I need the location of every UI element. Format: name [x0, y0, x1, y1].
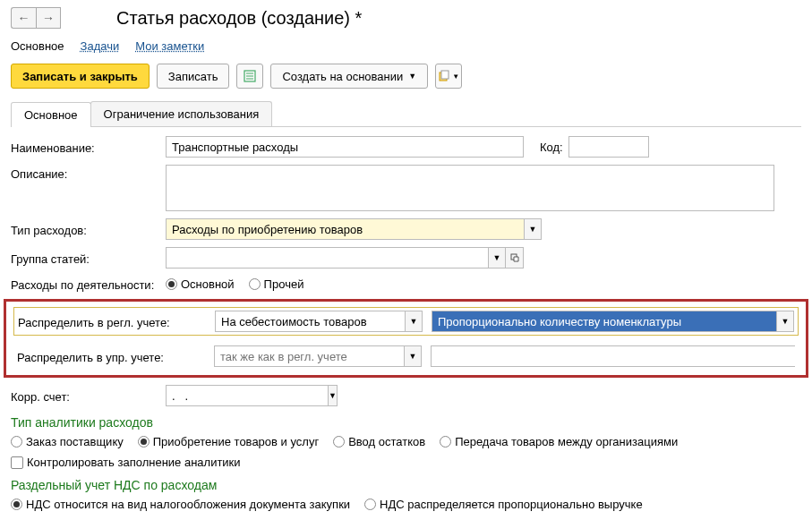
type-dropdown-button[interactable]: ▼ [524, 218, 542, 240]
radio-icon [364, 499, 376, 510]
linktab-notes[interactable]: Мои заметки [135, 39, 204, 53]
attach-icon-button[interactable]: ▼ [435, 64, 462, 89]
activity-other-radio[interactable]: Прочей [249, 277, 304, 291]
an-input-radio[interactable]: Ввод остатков [333, 435, 425, 448]
radio-icon [11, 436, 22, 448]
radio-icon [249, 278, 261, 290]
an-purchase-label: Приобретение товаров и услуг [153, 435, 319, 448]
dist-regl-dropdown-button[interactable]: ▼ [405, 311, 423, 332]
vat-prop-radio[interactable]: НДС распределяется пропорционально выруч… [364, 498, 643, 511]
radio-checked-icon [138, 436, 150, 448]
radio-checked-icon [11, 499, 22, 510]
type-label: Тип расходов: [11, 221, 166, 237]
desc-textarea[interactable] [166, 165, 774, 211]
nav-back-button[interactable]: ← [11, 7, 36, 29]
dist-regl-label: Распределить в регл. учете: [18, 313, 206, 329]
dist-rule-input[interactable] [432, 311, 776, 332]
write-and-close-button[interactable]: Записать и закрыть [11, 64, 150, 89]
linktab-tasks[interactable]: Задачи [81, 39, 120, 53]
an-order-label: Заказ поставщику [26, 435, 124, 448]
radio-icon [440, 436, 451, 448]
dist-mgmt-rule-input[interactable] [431, 345, 795, 367]
an-order-radio[interactable]: Заказ поставщику [11, 435, 124, 448]
desc-label: Описание: [11, 165, 166, 181]
analytics-section-title: Тип аналитики расходов [11, 415, 801, 430]
vat-doc-label: НДС относится на вид налогообложения док… [26, 498, 350, 511]
tab-main[interactable]: Основное [11, 102, 91, 127]
type-input[interactable] [166, 218, 524, 240]
activity-main-label: Основной [181, 277, 235, 291]
an-input-label: Ввод остатков [348, 435, 425, 448]
dist-regl-input[interactable] [215, 311, 405, 332]
dist-mgmt-dropdown-button[interactable]: ▼ [404, 345, 422, 367]
dist-mgmt-input[interactable] [214, 345, 404, 367]
list-icon [244, 70, 256, 82]
group-label: Группа статей: [11, 250, 166, 266]
vat-doc-radio[interactable]: НДС относится на вид налогообложения док… [11, 498, 350, 511]
svg-rect-5 [441, 71, 449, 79]
radio-checked-icon [166, 278, 177, 290]
radio-icon [333, 436, 345, 448]
write-button[interactable]: Записать [157, 64, 230, 89]
tab-restrict[interactable]: Ограничение использования [90, 101, 273, 126]
group-open-button[interactable] [506, 247, 524, 269]
activity-label: Расходы по деятельности: [11, 276, 166, 292]
group-dropdown-button[interactable]: ▼ [488, 247, 506, 269]
list-icon-button[interactable] [236, 64, 263, 89]
chevron-down-icon: ▼ [452, 72, 459, 81]
code-input[interactable] [568, 136, 649, 158]
control-analytics-check[interactable]: Контролировать заполнение аналитики [11, 456, 801, 469]
create-based-label: Создать на основании [282, 70, 403, 83]
linktab-main[interactable]: Основное [11, 39, 64, 53]
page-title: Статья расходов (создание) * [116, 8, 362, 29]
corr-input[interactable] [166, 385, 328, 406]
an-transfer-label: Передача товаров между организациями [455, 435, 678, 448]
vat-prop-label: НДС распределяется пропорционально выруч… [380, 498, 643, 511]
activity-other-label: Прочей [264, 277, 304, 291]
name-label: Наименование: [11, 139, 166, 155]
an-transfer-radio[interactable]: Передача товаров между организациями [440, 435, 678, 448]
corr-dropdown-button[interactable]: ▼ [328, 385, 338, 406]
checkbox-icon [11, 456, 23, 469]
group-input[interactable] [166, 247, 488, 269]
control-check-label: Контролировать заполнение аналитики [27, 456, 241, 469]
highlighted-distribution-block: Распределить в регл. учете: ▼ ▼ Распреде… [4, 299, 808, 378]
code-label: Код: [540, 141, 563, 154]
an-purchase-radio[interactable]: Приобретение товаров и услуг [138, 435, 319, 448]
corr-label: Корр. счет: [11, 388, 166, 404]
vat-section-title: Раздельный учет НДС по расходам [11, 478, 801, 492]
chevron-down-icon: ▼ [408, 72, 416, 81]
nav-forward-button[interactable]: → [36, 7, 61, 29]
dist-mgmt-label: Распределить в упр. учете: [17, 348, 205, 364]
open-link-icon [510, 253, 519, 262]
dist-rule-dropdown-button[interactable]: ▼ [776, 311, 794, 332]
paperclip-icon [438, 70, 450, 82]
name-input[interactable] [166, 136, 524, 158]
create-based-on-button[interactable]: Создать на основании ▼ [270, 64, 428, 89]
activity-main-radio[interactable]: Основной [166, 277, 235, 291]
